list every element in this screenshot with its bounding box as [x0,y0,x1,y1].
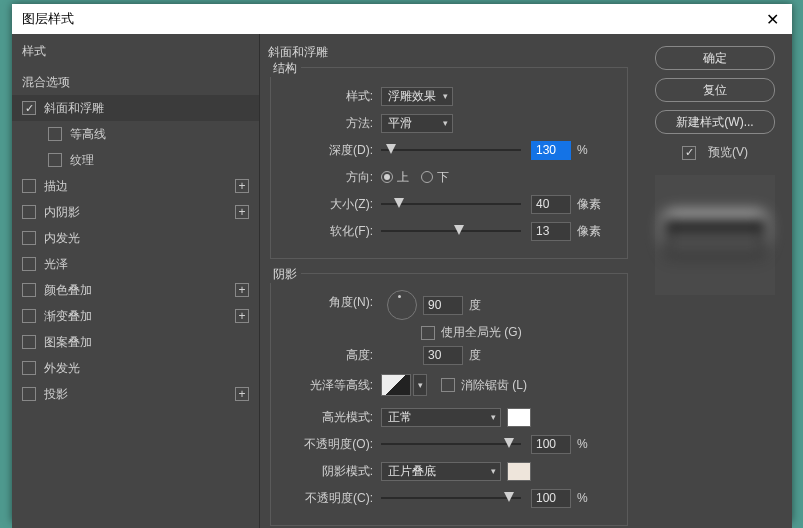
style-item-1[interactable]: 等高线 [12,121,259,147]
highlight-opacity-slider[interactable] [381,437,521,451]
altitude-label: 高度: [281,347,373,364]
style-checkbox[interactable] [22,387,36,401]
style-label: 样式: [281,88,373,105]
titlebar[interactable]: 图层样式 ✕ [12,4,792,34]
style-checkbox[interactable] [22,205,36,219]
gloss-contour-swatch[interactable] [381,374,411,396]
blending-options[interactable]: 混合选项 [12,69,259,95]
style-item-6[interactable]: 光泽 [12,251,259,277]
size-slider[interactable] [381,197,521,211]
radio-on-icon [381,171,393,183]
close-icon[interactable]: ✕ [752,4,792,34]
style-checkbox[interactable] [22,309,36,323]
depth-unit: % [577,143,588,157]
style-checkbox[interactable] [22,257,36,271]
antialias-label: 消除锯齿 (L) [461,377,527,394]
style-checkbox[interactable] [22,231,36,245]
highlight-opacity-field[interactable] [531,435,571,454]
add-effect-icon[interactable]: + [235,309,249,323]
chevron-down-icon: ▾ [443,91,448,101]
style-item-4[interactable]: 内阴影+ [12,199,259,225]
highlight-opacity-unit: % [577,437,588,451]
altitude-field[interactable] [423,346,463,365]
preview-checkbox[interactable] [682,146,696,160]
style-item-7[interactable]: 颜色叠加+ [12,277,259,303]
angle-dial[interactable] [387,290,417,320]
soften-label: 软化(F): [281,223,373,240]
style-select[interactable]: 浮雕效果▾ [381,87,453,106]
style-checkbox[interactable] [22,179,36,193]
structure-group: 结构 样式: 浮雕效果▾ 方法: 平滑▾ 深度(D): % 方向: 上 [270,67,628,259]
technique-label: 方法: [281,115,373,132]
shadow-color-swatch[interactable] [507,462,531,481]
style-label: 等高线 [70,126,106,143]
style-checkbox[interactable] [22,361,36,375]
style-checkbox[interactable] [22,335,36,349]
ok-button[interactable]: 确定 [655,46,775,70]
shadow-opacity-field[interactable] [531,489,571,508]
style-item-8[interactable]: 渐变叠加+ [12,303,259,329]
soften-unit: 像素 [577,223,601,240]
style-item-10[interactable]: 外发光 [12,355,259,381]
preview-label: 预览(V) [708,144,748,161]
style-label: 描边 [44,178,68,195]
structure-legend: 结构 [269,60,301,77]
preview-bevel [665,219,765,251]
chevron-down-icon: ▾ [443,118,448,128]
cancel-button[interactable]: 复位 [655,78,775,102]
style-checkbox[interactable] [22,101,36,115]
shading-legend: 阴影 [269,266,301,283]
style-checkbox[interactable] [22,283,36,297]
style-item-2[interactable]: 纹理 [12,147,259,173]
style-item-3[interactable]: 描边+ [12,173,259,199]
depth-label: 深度(D): [281,142,373,159]
global-light-checkbox[interactable] [421,326,435,340]
gloss-contour-label: 光泽等高线: [281,377,373,394]
style-label: 颜色叠加 [44,282,92,299]
angle-unit: 度 [469,297,481,314]
global-light-label: 使用全局光 (G) [441,324,522,341]
shading-group: 阴影 角度(N): 度 使用全局光 (G) [270,273,628,526]
shadow-opacity-unit: % [577,491,588,505]
preview-box [655,175,775,295]
style-label: 投影 [44,386,68,403]
highlight-mode-select[interactable]: 正常▾ [381,408,501,427]
radio-off-icon [421,171,433,183]
style-item-11[interactable]: 投影+ [12,381,259,407]
style-checkbox[interactable] [48,153,62,167]
style-label: 内发光 [44,230,80,247]
gloss-contour-dropdown[interactable]: ▾ [413,374,427,396]
depth-field[interactable] [531,141,571,160]
style-checkbox[interactable] [48,127,62,141]
shadow-opacity-slider[interactable] [381,491,521,505]
style-label: 图案叠加 [44,334,92,351]
new-style-button[interactable]: 新建样式(W)... [655,110,775,134]
highlight-opacity-label: 不透明度(O): [281,436,373,453]
panel-title: 斜面和浮雕 [268,44,626,61]
direction-label: 方向: [281,169,373,186]
shadow-mode-select[interactable]: 正片叠底▾ [381,462,501,481]
chevron-down-icon: ▾ [491,466,496,476]
style-item-0[interactable]: 斜面和浮雕 [12,95,259,121]
add-effect-icon[interactable]: + [235,179,249,193]
window-title: 图层样式 [22,10,74,28]
depth-slider[interactable] [381,143,521,157]
style-item-5[interactable]: 内发光 [12,225,259,251]
soften-field[interactable] [531,222,571,241]
styles-column: 样式 混合选项 斜面和浮雕等高线纹理描边+内阴影+内发光光泽颜色叠加+渐变叠加+… [12,34,260,528]
soften-slider[interactable] [381,224,521,238]
add-effect-icon[interactable]: + [235,205,249,219]
style-item-9[interactable]: 图案叠加 [12,329,259,355]
add-effect-icon[interactable]: + [235,387,249,401]
angle-field[interactable] [423,296,463,315]
style-label: 渐变叠加 [44,308,92,325]
blending-options-label: 混合选项 [22,74,70,91]
styles-header: 样式 [12,34,259,69]
size-field[interactable] [531,195,571,214]
antialias-checkbox[interactable] [441,378,455,392]
technique-select[interactable]: 平滑▾ [381,114,453,133]
add-effect-icon[interactable]: + [235,283,249,297]
direction-down-radio[interactable]: 下 [421,169,449,186]
direction-up-radio[interactable]: 上 [381,169,409,186]
highlight-color-swatch[interactable] [507,408,531,427]
